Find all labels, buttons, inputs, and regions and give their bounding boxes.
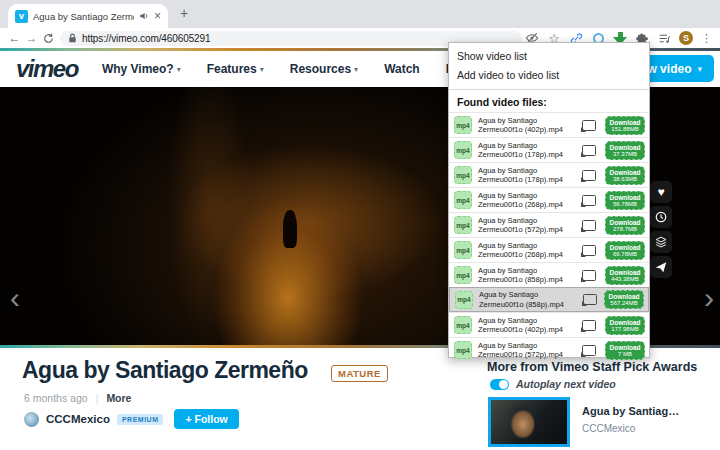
- prev-video-icon[interactable]: ‹: [10, 283, 20, 313]
- channel-avatar[interactable]: [24, 412, 39, 427]
- popup-menu-add-video[interactable]: Add video to video list: [449, 66, 649, 85]
- mature-badge: MATURE: [331, 365, 388, 382]
- nav-item-why-vimeo[interactable]: Why Vimeo?▾: [102, 62, 181, 76]
- found-files-label: Found video files:: [449, 94, 649, 112]
- chevron-down-icon: ▾: [354, 65, 358, 74]
- file-name: Agua by SantiagoZermeu00f1o (178p).mp4: [478, 166, 574, 186]
- autoplay-toggle[interactable]: [490, 379, 509, 390]
- next-video-channel: CCCMexico: [582, 423, 679, 434]
- nav-item-resources[interactable]: Resources▾: [290, 62, 358, 76]
- download-button[interactable]: Download 38.63MB: [605, 166, 645, 185]
- mp4-file-icon: mp4: [454, 166, 472, 184]
- download-button[interactable]: Download 7 MB: [605, 341, 645, 360]
- vimeo-logo[interactable]: vimeo: [16, 55, 78, 83]
- new-tab-button[interactable]: +: [180, 5, 188, 21]
- file-name: Agua by SantiagoZermeu00f1o (572p).mp4: [478, 341, 574, 361]
- play-on-screen-icon[interactable]: [582, 170, 596, 181]
- download-button[interactable]: Download 443.38MB: [605, 266, 645, 285]
- chevron-down-icon: ▾: [177, 65, 181, 74]
- browser-tab[interactable]: v Agua by Santiago Zermeño ×: [8, 4, 168, 28]
- video-file-row: mp4 Agua by SantiagoZermeu00f1o (268p).m…: [449, 187, 649, 212]
- play-on-screen-icon[interactable]: [582, 320, 596, 331]
- play-on-screen-icon[interactable]: [582, 270, 596, 281]
- mp4-file-icon: mp4: [454, 191, 472, 209]
- nav-item-watch[interactable]: Watch: [384, 62, 420, 76]
- next-video-icon[interactable]: ›: [704, 283, 714, 313]
- page-content: Agua by Santiago Zermeño MATURE 6 months…: [0, 348, 720, 450]
- file-size: 56.78MB: [613, 201, 637, 208]
- back-icon[interactable]: ←: [6, 32, 23, 44]
- play-on-screen-icon[interactable]: [582, 245, 596, 256]
- mp4-file-icon: mp4: [454, 266, 472, 284]
- video-file-row: mp4 Agua by SantiagoZermeu00f1o (178p).m…: [449, 137, 649, 162]
- chevron-down-icon: ▾: [260, 65, 264, 74]
- mp4-file-icon: mp4: [454, 341, 472, 359]
- browser-window: v Agua by Santiago Zermeño × + ← → https…: [0, 0, 720, 450]
- vimeo-favicon-icon: v: [15, 10, 28, 23]
- profile-avatar[interactable]: S: [679, 31, 693, 45]
- autoplay-label: Autoplay next video: [516, 378, 616, 390]
- file-name: Agua by SantiagoZermeu00f1o (268p).mp4: [478, 191, 574, 211]
- file-name: Agua by SantiagoZermeu00f1o (402p).mp4: [478, 116, 574, 136]
- video-file-row: mp4 Agua by SantiagoZermeu00f1o (572p).m…: [449, 337, 649, 362]
- file-size: 567.24MB: [610, 300, 637, 307]
- download-button[interactable]: Download 151.88MB: [605, 116, 645, 135]
- premium-badge: PREMIUM: [117, 414, 164, 425]
- tab-list-icon[interactable]: [657, 31, 671, 45]
- mp4-file-icon: mp4: [454, 241, 472, 259]
- play-on-screen-icon[interactable]: [582, 220, 596, 231]
- share-plane-icon[interactable]: [650, 256, 672, 278]
- refresh-icon[interactable]: [40, 33, 57, 44]
- download-button[interactable]: Download 567.24MB: [604, 290, 644, 309]
- collections-layers-icon[interactable]: [650, 231, 672, 253]
- play-on-screen-icon[interactable]: [582, 120, 596, 131]
- video-file-row: mp4 Agua by SantiagoZermeu00f1o (858p).m…: [449, 262, 649, 287]
- download-button[interactable]: Download 56.78MB: [605, 191, 645, 210]
- mp4-file-icon: mp4: [454, 141, 472, 159]
- channel-name[interactable]: CCCMexico: [46, 413, 110, 425]
- file-size: 38.63MB: [613, 176, 637, 183]
- follow-button[interactable]: + Follow: [174, 409, 238, 429]
- video-file-row: mp4 Agua by SantiagoZermeu00f1o (858p).m…: [449, 287, 649, 312]
- play-on-screen-icon[interactable]: [582, 345, 596, 356]
- next-video-thumbnail[interactable]: [488, 397, 570, 447]
- tab-strip: v Agua by Santiago Zermeño × +: [0, 0, 720, 28]
- posted-age: 6 months ago: [24, 392, 88, 404]
- url-text: https://vimeo.com/460605291: [82, 33, 211, 44]
- nav-item-features[interactable]: Features▾: [207, 62, 264, 76]
- tab-close-icon[interactable]: ×: [154, 10, 161, 22]
- tab-title: Agua by Santiago Zermeño: [33, 11, 134, 22]
- browser-menu-icon[interactable]: ⋮: [701, 32, 712, 45]
- download-button[interactable]: Download 37.37MB: [605, 141, 645, 160]
- next-video-card[interactable]: Agua by Santiag… CCCMexico: [488, 397, 679, 447]
- play-on-screen-icon[interactable]: [582, 145, 596, 156]
- download-button[interactable]: Download 177.98MB: [605, 316, 645, 335]
- file-size: 66.78MB: [613, 251, 637, 258]
- next-video-title[interactable]: Agua by Santiag…: [582, 405, 679, 417]
- like-heart-icon[interactable]: ♥: [650, 181, 672, 203]
- play-on-screen-icon[interactable]: [583, 294, 597, 305]
- mp4-file-icon: mp4: [454, 116, 472, 134]
- file-size: 151.88MB: [611, 126, 638, 133]
- file-size: 37.37MB: [613, 151, 637, 158]
- play-on-screen-icon[interactable]: [582, 195, 596, 206]
- file-size: 443.38MB: [611, 276, 638, 283]
- popup-menu-show-list[interactable]: Show video list: [449, 47, 649, 66]
- extension-popup: Show video list Add video to video list …: [448, 42, 650, 358]
- video-file-row: mp4 Agua by SantiagoZermeu00f1o (178p).m…: [449, 162, 649, 187]
- video-file-list: mp4 Agua by SantiagoZermeu00f1o (402p).m…: [449, 112, 649, 362]
- mp4-file-icon: mp4: [454, 216, 472, 234]
- video-file-row: mp4 Agua by SantiagoZermeu00f1o (402p).m…: [449, 112, 649, 137]
- download-button[interactable]: Download 66.78MB: [605, 241, 645, 260]
- tab-audio-icon[interactable]: [139, 11, 149, 21]
- file-size: 7 MB: [618, 351, 632, 358]
- more-link[interactable]: More: [106, 392, 131, 404]
- file-name: Agua by SantiagoZermeu00f1o (858p).mp4: [478, 266, 574, 286]
- chevron-down-icon: ▾: [697, 64, 702, 74]
- file-name: Agua by SantiagoZermeu00f1o (178p).mp4: [478, 141, 574, 161]
- watch-later-clock-icon[interactable]: [650, 206, 672, 228]
- forward-icon[interactable]: →: [23, 32, 40, 44]
- download-button[interactable]: Download 278.7MB: [605, 216, 645, 235]
- file-name: Agua by SantiagoZermeu00f1o (858p).mp4: [479, 290, 575, 310]
- video-file-row: mp4 Agua by SantiagoZermeu00f1o (572p).m…: [449, 212, 649, 237]
